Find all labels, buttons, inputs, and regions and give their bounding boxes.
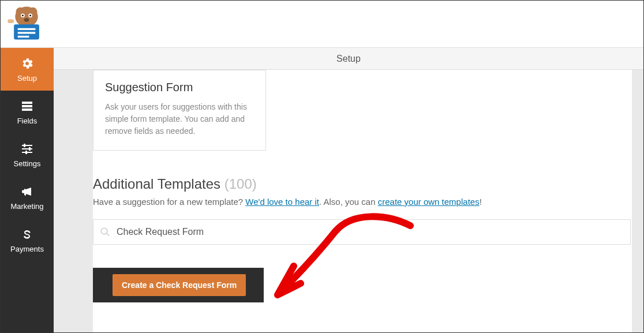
bullhorn-icon: [20, 185, 34, 199]
gear-icon: [20, 57, 34, 70]
sliders-icon: [20, 142, 34, 156]
template-card-suggestion-form[interactable]: Suggestion Form Ask your users for sugge…: [93, 70, 266, 151]
svg-point-6: [29, 14, 31, 16]
feedback-link[interactable]: We'd love to hear it: [245, 197, 319, 207]
suggest-mid: . Also, you can: [319, 197, 378, 207]
sidebar-item-setup[interactable]: Setup: [1, 48, 54, 91]
sidebar-item-fields[interactable]: Fields: [1, 91, 54, 133]
svg-rect-13: [22, 102, 32, 104]
content-panel: Suggestion Form Ask your users for sugge…: [93, 70, 632, 332]
svg-rect-9: [18, 28, 36, 30]
search-icon: [100, 227, 110, 237]
template-search-input[interactable]: [93, 219, 631, 245]
svg-rect-10: [18, 32, 36, 33]
sidebar-item-label: Setup: [17, 74, 37, 83]
sidebar-item-label: Payments: [10, 245, 44, 253]
sidebar-item-label: Fields: [17, 117, 38, 125]
suggestion-line: Have a suggestion for a new template? We…: [93, 197, 632, 207]
sidebar-item-payments[interactable]: Payments: [1, 219, 54, 261]
svg-rect-11: [18, 36, 29, 38]
svg-rect-17: [22, 148, 32, 149]
sidebar-item-label: Marketing: [10, 202, 43, 211]
svg-rect-15: [22, 108, 32, 111]
wpforms-logo-icon: [6, 3, 47, 43]
svg-point-4: [22, 14, 24, 16]
suggest-prefix: Have a suggestion for a new template?: [93, 197, 245, 207]
sidebar-item-label: Settings: [14, 159, 41, 168]
list-icon: [20, 99, 34, 113]
annotation-arrow-icon: [266, 203, 416, 301]
main-area: Suggestion Form Ask your users for sugge…: [54, 70, 643, 332]
sidebar: Setup Fields Settings Marketing Payments: [1, 48, 54, 332]
create-check-request-form-button[interactable]: Create a Check Request Form: [113, 274, 246, 296]
additional-templates-heading: Additional Templates (100): [93, 176, 632, 192]
section-count: (100): [224, 176, 257, 192]
template-result-row[interactable]: C Create a Check Request Form: [93, 268, 264, 302]
svg-rect-21: [25, 151, 27, 154]
result-item-initial: C: [101, 279, 108, 291]
page-header: Setup: [54, 48, 643, 70]
svg-point-7: [24, 18, 29, 22]
template-card-desc: Ask your users for suggestions with this…: [105, 101, 254, 137]
svg-rect-19: [24, 144, 25, 147]
top-bar: [1, 1, 643, 48]
sidebar-item-settings[interactable]: Settings: [1, 133, 54, 176]
template-card-title: Suggestion Form: [105, 81, 254, 94]
page-title: Setup: [336, 54, 361, 64]
sidebar-item-marketing[interactable]: Marketing: [1, 176, 54, 219]
section-title-text: Additional Templates: [93, 176, 220, 192]
template-search-wrap: [93, 219, 631, 245]
svg-rect-16: [22, 145, 32, 146]
svg-rect-12: [8, 19, 14, 23]
svg-rect-14: [22, 105, 32, 107]
dollar-icon: [20, 227, 34, 241]
svg-rect-20: [29, 147, 31, 151]
suggest-suffix: !: [480, 197, 482, 207]
create-own-templates-link[interactable]: create your own templates: [378, 197, 480, 207]
